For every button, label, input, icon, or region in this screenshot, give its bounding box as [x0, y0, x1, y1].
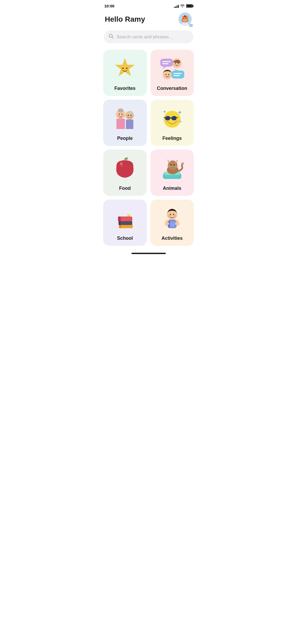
svg-marker-27 [162, 67, 166, 69]
svg-point-73 [173, 164, 175, 165]
time-display: 10:00 [104, 4, 114, 8]
status-icons [174, 4, 193, 8]
svg-rect-54 [170, 117, 171, 118]
svg-point-59 [166, 120, 169, 122]
svg-point-42 [119, 114, 120, 115]
search-placeholder-text: Search cards and phrases... [116, 34, 173, 40]
greeting-text: Hello Ramy [105, 15, 145, 24]
svg-point-23 [178, 63, 179, 64]
card-favorites[interactable]: Favorites [103, 50, 147, 96]
svg-point-82 [169, 165, 171, 167]
animals-icon-area [153, 154, 191, 183]
svg-rect-87 [119, 221, 121, 225]
svg-rect-29 [162, 63, 168, 64]
people-label: People [117, 136, 133, 141]
animals-label: Animals [163, 186, 181, 191]
svg-point-10 [184, 19, 184, 19]
card-conversation[interactable]: Conversation [150, 50, 194, 96]
svg-point-8 [183, 18, 185, 19]
card-activities[interactable]: Activities [150, 200, 194, 246]
svg-point-47 [128, 115, 129, 116]
svg-point-9 [186, 18, 187, 19]
svg-point-40 [118, 108, 123, 113]
battery-icon [186, 4, 193, 8]
card-feelings[interactable]: Feelings [150, 100, 194, 146]
svg-point-19 [121, 69, 123, 70]
svg-point-32 [168, 74, 169, 75]
category-grid: Favorites [99, 50, 198, 251]
svg-point-96 [173, 214, 174, 215]
svg-point-75 [174, 164, 175, 165]
svg-rect-90 [118, 217, 121, 221]
svg-point-50 [131, 116, 133, 117]
svg-point-49 [126, 116, 128, 117]
card-people[interactable]: People [103, 100, 147, 146]
svg-point-99 [168, 215, 170, 217]
card-school[interactable]: School [103, 200, 147, 246]
svg-point-98 [174, 214, 174, 214]
card-animals[interactable]: Animals [150, 150, 194, 196]
food-label: Food [119, 186, 131, 191]
conversation-label: Conversation [157, 86, 187, 91]
svg-point-20 [127, 69, 129, 70]
svg-point-21 [172, 58, 182, 68]
school-icon-area [106, 204, 144, 233]
feelings-icon-area [153, 104, 191, 133]
svg-point-97 [171, 214, 171, 214]
svg-point-17 [122, 68, 124, 69]
svg-point-48 [130, 115, 131, 116]
wifi-icon [180, 4, 185, 8]
svg-point-44 [117, 115, 119, 117]
school-label: School [117, 236, 133, 241]
activities-icon-area [153, 204, 191, 233]
svg-rect-38 [173, 75, 180, 76]
svg-point-12 [185, 20, 186, 20]
svg-point-83 [175, 165, 177, 167]
signal-icon [174, 4, 179, 8]
svg-point-16 [109, 34, 112, 38]
menu-icon [188, 24, 193, 27]
svg-point-100 [174, 215, 176, 217]
svg-point-45 [122, 115, 124, 117]
svg-point-18 [126, 68, 128, 69]
svg-point-31 [166, 74, 167, 75]
svg-point-34 [169, 75, 171, 76]
svg-point-43 [121, 114, 122, 115]
svg-rect-28 [162, 61, 171, 62]
svg-rect-57 [166, 117, 167, 117]
activities-label: Activities [162, 236, 183, 241]
svg-point-74 [171, 164, 172, 165]
food-icon-area [106, 154, 144, 183]
svg-point-25 [178, 64, 180, 65]
people-icon-area [106, 104, 144, 133]
svg-point-24 [174, 64, 175, 65]
conversation-icon-area [153, 54, 191, 83]
svg-point-95 [170, 214, 171, 215]
svg-point-22 [175, 63, 176, 64]
favorites-label: Favorites [114, 86, 135, 91]
status-bar: 10:00 [99, 0, 198, 10]
svg-rect-26 [160, 59, 173, 67]
feelings-label: Feelings [162, 136, 182, 141]
search-bar[interactable]: Search cards and phrases... [104, 30, 193, 43]
avatar-button[interactable] [178, 12, 192, 26]
svg-point-33 [164, 75, 166, 76]
svg-rect-85 [119, 224, 121, 228]
svg-point-15 [185, 15, 186, 16]
svg-point-72 [170, 164, 172, 165]
svg-rect-37 [173, 73, 182, 74]
svg-rect-35 [172, 71, 184, 79]
home-indicator [131, 253, 166, 254]
header: Hello Ramy [99, 10, 198, 30]
svg-point-81 [181, 162, 184, 165]
card-food[interactable]: Food [103, 150, 147, 196]
search-icon [109, 34, 114, 40]
svg-point-11 [186, 19, 186, 19]
favorites-icon-area [106, 54, 144, 83]
svg-rect-58 [172, 117, 173, 117]
svg-marker-36 [174, 68, 178, 71]
svg-point-60 [175, 120, 178, 122]
